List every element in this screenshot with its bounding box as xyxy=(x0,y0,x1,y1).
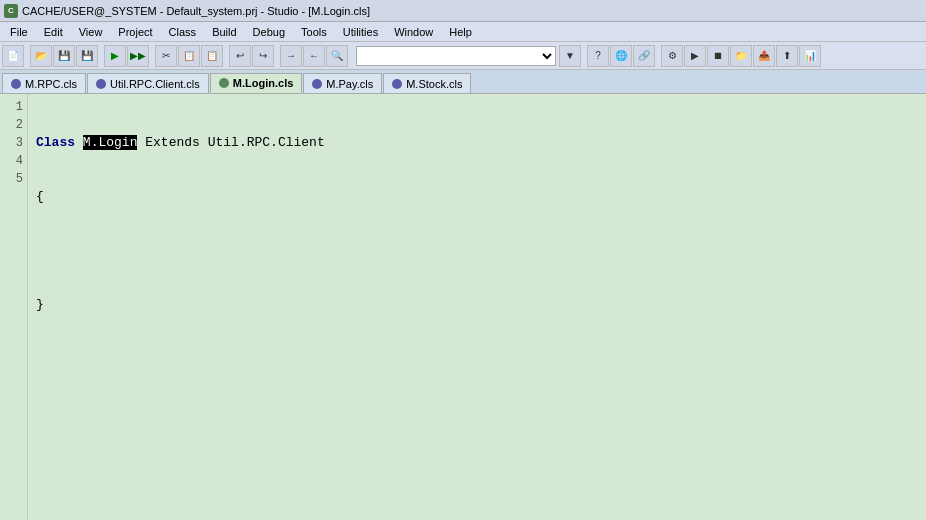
app-icon: C xyxy=(4,4,18,18)
tab-mstock[interactable]: M.Stock.cls xyxy=(383,73,471,93)
undo-btn[interactable]: ↩ xyxy=(229,45,251,67)
paste-btn[interactable]: 📋 xyxy=(201,45,223,67)
code-line-1: Class M.Login Extends Util.RPC.Client xyxy=(36,134,918,152)
menu-project[interactable]: Project xyxy=(110,24,160,40)
tab-icon-mrpc xyxy=(11,79,21,89)
tab-icon-mstock xyxy=(392,79,402,89)
tab-icon-mlogin xyxy=(219,78,229,88)
code-editor: 1 2 3 4 5 Class M.Login Extends Util.RPC… xyxy=(0,94,926,520)
line-num-1: 1 xyxy=(2,98,23,116)
extra-btn4[interactable]: 📁 xyxy=(730,45,752,67)
menu-debug[interactable]: Debug xyxy=(245,24,293,40)
copy-btn[interactable]: 📋 xyxy=(178,45,200,67)
tabs-bar: M.RPC.cls Util.RPC.Client.cls M.Login.cl… xyxy=(0,70,926,94)
menu-help[interactable]: Help xyxy=(441,24,480,40)
code-line-3 xyxy=(36,242,918,260)
browser-btn[interactable]: 🌐 xyxy=(610,45,632,67)
tab-mpay[interactable]: M.Pay.cls xyxy=(303,73,382,93)
extra-btn5[interactable]: 📤 xyxy=(753,45,775,67)
outdent-btn[interactable]: ← xyxy=(303,45,325,67)
keyword-extends: Extends xyxy=(145,135,200,150)
code-area[interactable]: Class M.Login Extends Util.RPC.Client { … xyxy=(28,94,926,520)
open-btn[interactable]: 📂 xyxy=(30,45,52,67)
find-btn[interactable]: 🔍 xyxy=(326,45,348,67)
tab-label-mlogin: M.Login.cls xyxy=(233,77,294,89)
highlighted-classname: M.Login xyxy=(83,135,138,150)
extra-btn3[interactable]: ⏹ xyxy=(707,45,729,67)
dropdown-btn[interactable]: ▼ xyxy=(559,45,581,67)
menu-window[interactable]: Window xyxy=(386,24,441,40)
tab-utilrpc[interactable]: Util.RPC.Client.cls xyxy=(87,73,209,93)
line-numbers: 1 2 3 4 5 xyxy=(0,94,28,520)
menu-utilities[interactable]: Utilities xyxy=(335,24,386,40)
cut-btn[interactable]: ✂ xyxy=(155,45,177,67)
context-dropdown[interactable] xyxy=(356,46,556,66)
extra-btn2[interactable]: ▶ xyxy=(684,45,706,67)
title-bar: C CACHE/USER@_SYSTEM - Default_system.pr… xyxy=(0,0,926,22)
save-all-btn[interactable]: 💾 xyxy=(76,45,98,67)
line-num-5: 5 xyxy=(2,170,23,188)
tab-label-mrpc: M.RPC.cls xyxy=(25,78,77,90)
tab-mrpc[interactable]: M.RPC.cls xyxy=(2,73,86,93)
extra-btn7[interactable]: 📊 xyxy=(799,45,821,67)
tab-icon-utilrpc xyxy=(96,79,106,89)
compile-all-btn[interactable]: ▶▶ xyxy=(127,45,149,67)
help-btn[interactable]: ? xyxy=(587,45,609,67)
tab-label-mpay: M.Pay.cls xyxy=(326,78,373,90)
menu-class[interactable]: Class xyxy=(161,24,205,40)
code-line-5 xyxy=(36,350,918,368)
keyword-class: Class xyxy=(36,135,75,150)
title-text: CACHE/USER@_SYSTEM - Default_system.prj … xyxy=(22,5,370,17)
parent-class-name: Util.RPC.Client xyxy=(208,135,325,150)
tab-label-mstock: M.Stock.cls xyxy=(406,78,462,90)
menu-edit[interactable]: Edit xyxy=(36,24,71,40)
save-btn[interactable]: 💾 xyxy=(53,45,75,67)
line-num-2: 2 xyxy=(2,116,23,134)
code-line-2: { xyxy=(36,188,918,206)
menu-build[interactable]: Build xyxy=(204,24,244,40)
tab-mlogin[interactable]: M.Login.cls xyxy=(210,73,303,93)
menu-bar: File Edit View Project Class Build Debug… xyxy=(0,22,926,42)
code-line-4: } xyxy=(36,296,918,314)
tab-label-utilrpc: Util.RPC.Client.cls xyxy=(110,78,200,90)
toolbar: 📄 📂 💾 💾 ▶ ▶▶ ✂ 📋 📋 ↩ ↪ → ← 🔍 ▼ ? 🌐 🔗 ⚙ ▶… xyxy=(0,42,926,70)
menu-view[interactable]: View xyxy=(71,24,111,40)
menu-tools[interactable]: Tools xyxy=(293,24,335,40)
compile-btn[interactable]: ▶ xyxy=(104,45,126,67)
indent-btn[interactable]: → xyxy=(280,45,302,67)
network-btn[interactable]: 🔗 xyxy=(633,45,655,67)
tab-icon-mpay xyxy=(312,79,322,89)
menu-file[interactable]: File xyxy=(2,24,36,40)
extra-btn1[interactable]: ⚙ xyxy=(661,45,683,67)
line-num-3: 3 xyxy=(2,134,23,152)
line-num-4: 4 xyxy=(2,152,23,170)
new-btn[interactable]: 📄 xyxy=(2,45,24,67)
extra-btn6[interactable]: ⬆ xyxy=(776,45,798,67)
redo-btn[interactable]: ↪ xyxy=(252,45,274,67)
